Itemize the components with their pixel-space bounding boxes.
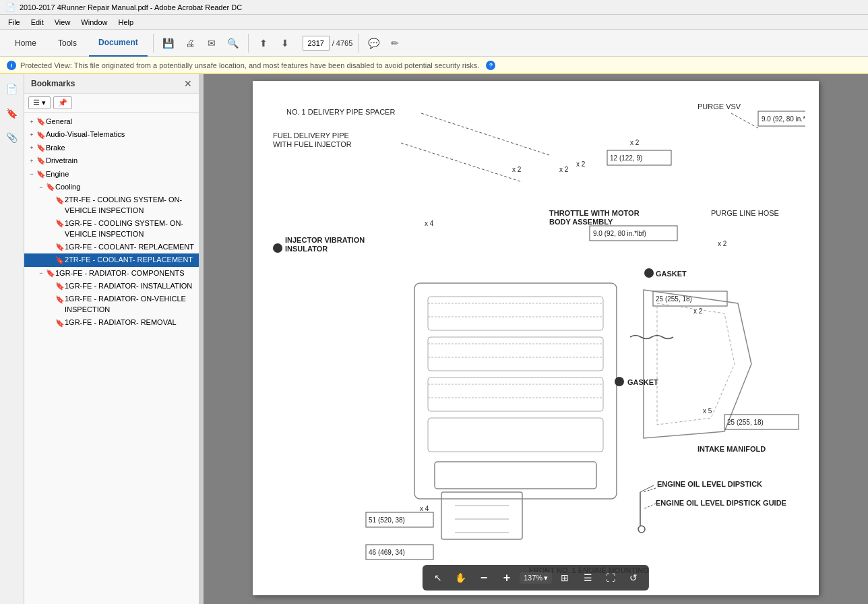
toggle-icon [46, 295, 55, 304]
left-icon-strip: 📄 🔖 📎 [0, 74, 24, 604]
bookmark-1grfe-cooling-inspection[interactable]: 🔖 1GR-FE - COOLING SYSTEM- ON-VEHICLE IN… [24, 217, 199, 241]
svg-text:x 4: x 4 [420, 505, 429, 512]
comment-button[interactable]: 💬 [364, 34, 383, 53]
save-button[interactable]: 💾 [159, 34, 178, 53]
left-icon-attach[interactable]: 📎 [3, 128, 22, 147]
toggle-icon: + [27, 117, 36, 127]
bookmark-label: Cooling [55, 182, 199, 192]
engine-diagram: NO. 1 DELIVERY PIPE SPACER PURGE VSV 9.0… [266, 94, 805, 580]
tab-tools[interactable]: Tools [49, 30, 86, 57]
bookmark-label: 1GR-FE - RADIATOR- INSTALLATION [65, 281, 199, 291]
svg-point-33 [644, 268, 654, 278]
toggle-icon [46, 318, 55, 328]
app-icon: 📄 [5, 3, 16, 12]
bookmark-icon: 🔖 [55, 295, 65, 304]
bookmark-tree: + 🔖 General + 🔖 Audio-Visual-Telematics … [24, 113, 199, 604]
bookmark-brake[interactable]: + 🔖 Brake [24, 142, 199, 154]
svg-rect-25 [428, 418, 603, 452]
bookmark-2trfe-coolant-replacement[interactable]: 🔖 2TR-FE - COOLANT- REPLACEMENT [24, 253, 199, 266]
scroll-view-button[interactable]: ☰ [578, 568, 598, 588]
rotate-button[interactable]: ↺ [623, 568, 644, 588]
bookmark-label: 1GR-FE - COOLANT- REPLACEMENT [65, 242, 199, 252]
next-page-button[interactable]: ⬇ [276, 34, 294, 53]
bookmark-icon: 🔖 [36, 130, 46, 140]
separator-3 [358, 34, 359, 53]
bookmark-label: 1GR-FE - RADIATOR- COMPONENTS [55, 268, 199, 278]
close-bookmarks-button[interactable]: ✕ [184, 78, 192, 89]
cursor-tool-button[interactable]: ↖ [428, 568, 448, 588]
svg-text:x 5: x 5 [703, 407, 712, 415]
menu-edit[interactable]: Edit [26, 17, 49, 28]
svg-text:46 (469, 34): 46 (469, 34) [369, 549, 405, 556]
bookmark-1grfe-radiator-installation[interactable]: 🔖 1GR-FE - RADIATOR- INSTALLATION [24, 280, 199, 293]
zoom-in-button[interactable]: + [497, 568, 517, 588]
svg-text:GASKET: GASKET [627, 378, 658, 386]
svg-text:9.0 (92, 80 in.*lbf): 9.0 (92, 80 in.*lbf) [762, 115, 805, 123]
page-number-input[interactable] [303, 36, 330, 51]
svg-line-3 [731, 113, 758, 128]
bookmark-engine[interactable]: − 🔖 Engine [24, 168, 199, 181]
toggle-icon: − [36, 269, 46, 278]
main-layout: 📄 🔖 📎 Bookmarks ✕ ☰ ▾ 📌 + 🔖 General + 🔖 … [0, 74, 868, 604]
bookmark-icon: 🔖 [36, 156, 46, 166]
bookmarks-menu-button[interactable]: ☰ ▾ [28, 96, 51, 109]
bookmark-label: General [46, 117, 199, 127]
bookmark-icon: 🔖 [36, 170, 46, 179]
protected-info-icon: i [7, 61, 16, 70]
menu-window[interactable]: Window [75, 17, 113, 28]
prev-page-button[interactable]: ⬆ [254, 34, 273, 53]
svg-text:PURGE VSV: PURGE VSV [698, 102, 741, 111]
svg-text:ENGINE OIL LEVEL DIPSTICK: ENGINE OIL LEVEL DIPSTICK [657, 480, 762, 488]
left-icon-bookmark[interactable]: 🔖 [3, 104, 22, 123]
svg-text:INTAKE MANIFOLD: INTAKE MANIFOLD [698, 445, 766, 453]
menu-bar: File Edit View Window Help [0, 15, 868, 30]
svg-text:INSULATOR: INSULATOR [285, 245, 328, 253]
svg-text:x 2: x 2 [576, 160, 586, 168]
bookmarks-panel: Bookmarks ✕ ☰ ▾ 📌 + 🔖 General + 🔖 Audio-… [24, 74, 199, 604]
bookmark-audio-visual[interactable]: + 🔖 Audio-Visual-Telematics [24, 128, 199, 141]
protected-help-icon[interactable]: ? [486, 61, 495, 70]
bookmark-general[interactable]: + 🔖 General [24, 115, 199, 128]
svg-text:x 2: x 2 [559, 166, 569, 173]
bookmark-icon: 🔖 [55, 219, 65, 229]
page-view-button[interactable]: ⊞ [555, 568, 575, 588]
print-button[interactable]: 🖨 [181, 34, 199, 53]
toggle-icon: − [36, 183, 46, 192]
bookmark-1grfe-radiator-inspection[interactable]: 🔖 1GR-FE - RADIATOR- ON-VEHICLE INSPECTI… [24, 293, 199, 316]
toggle-icon [46, 195, 55, 205]
hand-tool-button[interactable]: ✋ [451, 568, 471, 588]
tab-home[interactable]: Home [5, 30, 46, 57]
bookmark-1grfe-radiator-removal[interactable]: 🔖 1GR-FE - RADIATOR- REMOVAL [24, 316, 199, 329]
search-button[interactable]: 🔍 [224, 34, 243, 53]
fit-page-button[interactable]: ⛶ [600, 568, 621, 588]
bookmark-label: 2TR-FE - COOLING SYSTEM- ON-VEHICLE INSP… [65, 195, 199, 216]
svg-point-56 [638, 526, 645, 533]
bookmark-icon: 🔖 [46, 183, 55, 192]
toggle-icon: + [27, 144, 36, 153]
svg-text:PURGE LINE HOSE: PURGE LINE HOSE [711, 209, 779, 217]
svg-text:THROTTLE WITH MOTOR: THROTTLE WITH MOTOR [549, 209, 640, 217]
menu-file[interactable]: File [3, 17, 26, 28]
bookmark-1grfe-coolant-replacement[interactable]: 🔖 1GR-FE - COOLANT- REPLACEMENT [24, 241, 199, 253]
zoom-out-button[interactable]: − [474, 568, 494, 588]
tab-document[interactable]: Document [89, 30, 148, 57]
svg-text:BODY ASSEMBLY: BODY ASSEMBLY [549, 218, 613, 226]
bookmark-drivetrain[interactable]: + 🔖 Drivetrain [24, 154, 199, 167]
bookmark-2trfe-cooling-inspection[interactable]: 🔖 2TR-FE - COOLING SYSTEM- ON-VEHICLE IN… [24, 193, 199, 217]
menu-view[interactable]: View [49, 17, 76, 28]
svg-line-55 [640, 485, 654, 492]
separator-1 [153, 34, 154, 53]
left-icon-page[interactable]: 📄 [3, 80, 22, 98]
svg-text:INJECTOR VIBRATION: INJECTOR VIBRATION [285, 236, 365, 244]
email-button[interactable]: ✉ [202, 34, 221, 53]
menu-help[interactable]: Help [113, 17, 139, 28]
bookmark-1grfe-radiator-components[interactable]: − 🔖 1GR-FE - RADIATOR- COMPONENTS [24, 267, 199, 280]
bookmarks-pin-button[interactable]: 📌 [53, 96, 72, 109]
bookmark-icon: 🔖 [55, 195, 65, 205]
svg-text:x 2: x 2 [718, 240, 727, 247]
pen-button[interactable]: ✏ [385, 34, 404, 53]
zoom-level-display[interactable]: 137% ▾ [520, 572, 552, 584]
toolbar: Home Tools Document 💾 🖨 ✉ 🔍 ⬆ ⬇ / 4765 💬… [0, 30, 868, 57]
bookmark-cooling[interactable]: − 🔖 Cooling [24, 181, 199, 193]
bookmarks-header: Bookmarks ✕ [24, 74, 199, 94]
